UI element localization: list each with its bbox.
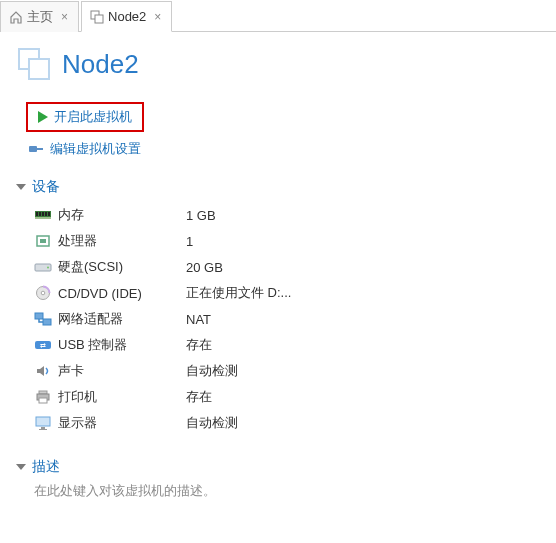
svg-rect-4 bbox=[29, 146, 37, 152]
device-row[interactable]: 显示器自动检测 bbox=[34, 410, 540, 436]
svg-text:⇄: ⇄ bbox=[40, 342, 46, 349]
svg-rect-8 bbox=[36, 212, 38, 216]
svg-rect-26 bbox=[36, 417, 50, 426]
title-row: Node2 bbox=[16, 32, 540, 100]
close-icon[interactable]: × bbox=[61, 10, 68, 24]
svg-rect-25 bbox=[39, 398, 47, 403]
device-value: 存在 bbox=[186, 336, 212, 354]
sound-icon bbox=[34, 364, 52, 378]
device-label: 网络适配器 bbox=[58, 310, 186, 328]
power-on-highlight: 开启此虚拟机 bbox=[26, 102, 144, 132]
device-label: 内存 bbox=[58, 206, 186, 224]
device-label: 打印机 bbox=[58, 388, 186, 406]
svg-rect-5 bbox=[37, 148, 43, 150]
power-on-label: 开启此虚拟机 bbox=[54, 108, 132, 126]
device-list: 内存1 GB处理器1硬盘(SCSI)20 GBCD/DVD (IDE)正在使用文… bbox=[34, 202, 540, 436]
device-row[interactable]: 声卡自动检测 bbox=[34, 358, 540, 384]
device-label: 硬盘(SCSI) bbox=[58, 258, 186, 276]
svg-rect-20 bbox=[43, 319, 51, 325]
device-row[interactable]: 硬盘(SCSI)20 GB bbox=[34, 254, 540, 280]
edit-settings-label: 编辑虚拟机设置 bbox=[50, 140, 141, 158]
device-value: 20 GB bbox=[186, 260, 223, 275]
vm-page: Node2 开启此虚拟机 编辑虚拟机设置 设备 内存1 GB处理器1硬盘(SCS… bbox=[0, 32, 556, 516]
device-row[interactable]: 打印机存在 bbox=[34, 384, 540, 410]
description-section-header[interactable]: 描述 bbox=[16, 458, 540, 476]
svg-rect-10 bbox=[42, 212, 44, 216]
device-label: 显示器 bbox=[58, 414, 186, 432]
device-row[interactable]: 内存1 GB bbox=[34, 202, 540, 228]
page-title: Node2 bbox=[62, 49, 139, 80]
svg-rect-3 bbox=[29, 59, 49, 79]
wrench-icon bbox=[28, 142, 44, 156]
tab-bar: 主页 × Node2 × bbox=[0, 0, 556, 32]
svg-rect-19 bbox=[35, 313, 43, 319]
svg-rect-12 bbox=[48, 212, 50, 216]
svg-rect-9 bbox=[39, 212, 41, 216]
cpu-icon bbox=[34, 234, 52, 248]
svg-rect-7 bbox=[35, 217, 51, 219]
device-value: 存在 bbox=[186, 388, 212, 406]
tab-home-label: 主页 bbox=[27, 8, 53, 26]
svg-point-18 bbox=[41, 291, 45, 295]
vm-stack-icon bbox=[16, 46, 52, 82]
device-row[interactable]: ⇄USB 控制器存在 bbox=[34, 332, 540, 358]
svg-point-16 bbox=[47, 267, 49, 269]
description-placeholder[interactable]: 在此处键入对该虚拟机的描述。 bbox=[34, 482, 540, 500]
device-value: NAT bbox=[186, 312, 211, 327]
device-value: 自动检测 bbox=[186, 362, 238, 380]
chevron-down-icon bbox=[16, 184, 26, 190]
svg-rect-14 bbox=[40, 239, 46, 243]
chevron-down-icon bbox=[16, 464, 26, 470]
home-icon bbox=[9, 10, 23, 24]
devices-section-label: 设备 bbox=[32, 178, 60, 196]
svg-rect-27 bbox=[41, 427, 45, 429]
svg-rect-1 bbox=[95, 15, 103, 23]
vm-stack-icon bbox=[90, 10, 104, 24]
devices-section-header[interactable]: 设备 bbox=[16, 178, 540, 196]
close-icon[interactable]: × bbox=[154, 10, 161, 24]
edit-settings-button[interactable]: 编辑虚拟机设置 bbox=[28, 140, 540, 158]
device-value: 正在使用文件 D:... bbox=[186, 284, 291, 302]
power-on-button[interactable]: 开启此虚拟机 bbox=[38, 108, 132, 126]
printer-icon bbox=[34, 390, 52, 404]
device-value: 1 GB bbox=[186, 208, 216, 223]
tab-home[interactable]: 主页 × bbox=[0, 1, 79, 32]
display-icon bbox=[34, 416, 52, 430]
device-value: 1 bbox=[186, 234, 193, 249]
memory-icon bbox=[34, 208, 52, 222]
tab-node[interactable]: Node2 × bbox=[81, 1, 172, 32]
device-row[interactable]: CD/DVD (IDE)正在使用文件 D:... bbox=[34, 280, 540, 306]
device-label: USB 控制器 bbox=[58, 336, 186, 354]
play-icon bbox=[38, 111, 48, 123]
device-label: 处理器 bbox=[58, 232, 186, 250]
usb-icon: ⇄ bbox=[34, 338, 52, 352]
device-value: 自动检测 bbox=[186, 414, 238, 432]
device-row[interactable]: 处理器1 bbox=[34, 228, 540, 254]
disk-icon bbox=[34, 260, 52, 274]
tab-node-label: Node2 bbox=[108, 9, 146, 24]
net-icon bbox=[34, 312, 52, 326]
device-label: 声卡 bbox=[58, 362, 186, 380]
device-row[interactable]: 网络适配器NAT bbox=[34, 306, 540, 332]
svg-rect-11 bbox=[45, 212, 47, 216]
description-section-label: 描述 bbox=[32, 458, 60, 476]
svg-rect-28 bbox=[39, 429, 47, 430]
cd-icon bbox=[34, 286, 52, 300]
device-label: CD/DVD (IDE) bbox=[58, 286, 186, 301]
